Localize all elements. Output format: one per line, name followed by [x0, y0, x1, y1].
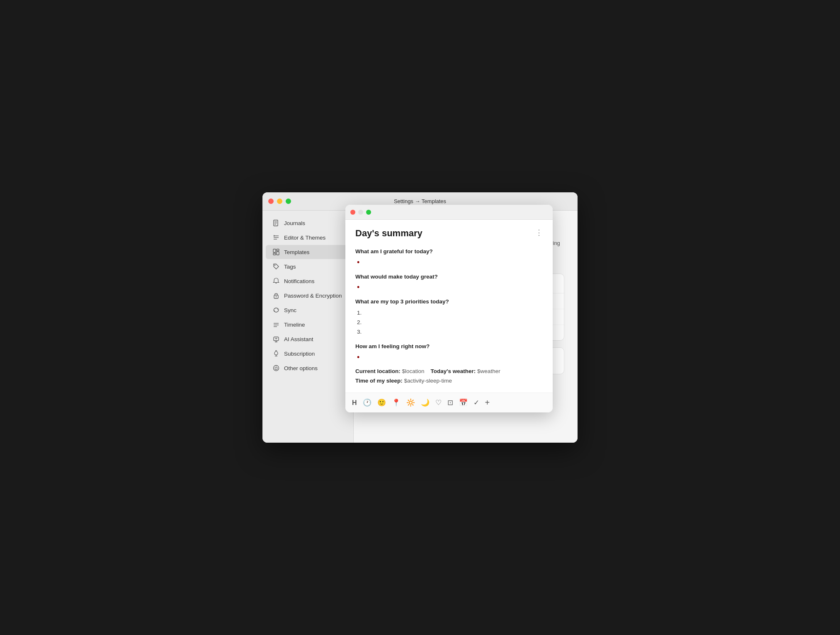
traffic-lights: [268, 199, 291, 204]
svg-rect-10: [277, 252, 279, 255]
question-1: What am I grateful for today?: [355, 247, 543, 257]
location-label: Current location:: [355, 368, 401, 374]
sidebar-item-timeline[interactable]: Timeline: [266, 318, 350, 332]
modal-traffic-lights: [350, 210, 371, 215]
sidebar-item-subscription[interactable]: Subscription: [266, 347, 350, 361]
sidebar-item-templates[interactable]: Templates: [266, 245, 350, 259]
notifications-icon: [272, 277, 280, 285]
minimize-button[interactable]: [277, 199, 282, 204]
timeline-icon: [272, 321, 280, 328]
main-window: Settings → Templates Journals: [262, 192, 578, 443]
question-2: What would make today great?: [355, 272, 543, 282]
svg-rect-9: [277, 249, 279, 251]
bullet-2: •: [355, 283, 543, 292]
toolbar-add-icon[interactable]: +: [485, 398, 490, 407]
location-var: $location: [402, 368, 425, 374]
priority-3: 3.: [357, 327, 543, 337]
sidebar-item-subscription-label: Subscription: [284, 351, 315, 357]
toolbar-location-icon[interactable]: 📍: [392, 398, 401, 407]
tags-icon: [272, 263, 280, 270]
sidebar-item-other-options-label: Other options: [284, 365, 318, 371]
subscription-icon: [272, 350, 280, 357]
close-button[interactable]: [268, 199, 274, 204]
svg-rect-11: [273, 253, 276, 255]
toolbar-health-icon[interactable]: ⊡: [447, 398, 453, 407]
priorities-list: 1. 2. 3.: [355, 308, 543, 337]
weather-label: Today's weather:: [431, 368, 476, 374]
sidebar: Journals Editor & Themes: [262, 211, 354, 443]
modal-overlay: Day's summary ⋮ What am I grateful for t…: [345, 205, 553, 412]
sidebar-item-notifications-label: Notifications: [284, 278, 315, 284]
editor-themes-icon: [272, 234, 280, 241]
toolbar-moon-icon[interactable]: 🌙: [421, 398, 430, 407]
sidebar-item-editor-themes[interactable]: Editor & Themes: [266, 230, 350, 245]
toolbar-heading-icon[interactable]: H: [352, 399, 357, 407]
priority-2: 2.: [357, 318, 543, 327]
sidebar-item-sync-label: Sync: [284, 307, 296, 313]
toolbar-check-icon[interactable]: ✓: [473, 398, 479, 407]
modal-menu-icon[interactable]: ⋮: [535, 228, 543, 237]
sidebar-item-ai-label: AI Assistant: [284, 336, 313, 342]
templates-icon: [272, 248, 280, 256]
sidebar-item-journals[interactable]: Journals: [266, 216, 350, 230]
modal-toolbar: H 🕐 🙂 📍 🔆 🌙 ♡ ⊡ 📅 ✓ +: [345, 393, 553, 412]
sync-icon: [272, 306, 280, 314]
sidebar-item-editor-themes-label: Editor & Themes: [284, 235, 325, 241]
maximize-button[interactable]: [286, 199, 291, 204]
sleep-label: Time of my sleep:: [355, 378, 403, 384]
modal-maximize-button[interactable]: [366, 210, 371, 215]
svg-point-12: [274, 265, 275, 266]
sidebar-item-tags-label: Tags: [284, 264, 296, 270]
modal-close-button[interactable]: [350, 210, 355, 215]
ai-icon: [272, 335, 280, 343]
svg-point-14: [276, 296, 277, 297]
template-footer-line2: Time of my sleep: $activity-sleep-time: [355, 376, 543, 386]
modal-minimize-button[interactable]: [358, 210, 363, 215]
sleep-var: $activity-sleep-time: [404, 378, 452, 384]
sidebar-item-journals-label: Journals: [284, 220, 305, 226]
modal-titlebar: [345, 205, 553, 220]
question-4: How am I feeling right now?: [355, 342, 543, 351]
sidebar-item-templates-label: Templates: [284, 249, 310, 255]
toolbar-clock-icon[interactable]: 🕐: [363, 398, 371, 407]
template-footer-line1: Current location: $location Today's weat…: [355, 367, 543, 376]
modal-header: Day's summary ⋮: [355, 228, 543, 239]
question-3: What are my top 3 priorities today?: [355, 297, 543, 307]
modal-body: Day's summary ⋮ What am I grateful for t…: [345, 220, 553, 393]
template-content: What am I grateful for today? • What wou…: [355, 247, 543, 386]
sidebar-item-ai-assistant[interactable]: AI Assistant: [266, 332, 350, 346]
password-icon: [272, 292, 280, 299]
toolbar-emoji-icon[interactable]: 🙂: [377, 398, 386, 407]
sidebar-item-sync[interactable]: Sync: [266, 303, 350, 317]
sidebar-item-password-encryption[interactable]: Password & Encryption: [266, 288, 350, 303]
toolbar-calendar-icon[interactable]: 📅: [459, 398, 468, 407]
sidebar-item-tags[interactable]: Tags: [266, 259, 350, 274]
weather-var: $weather: [477, 368, 500, 374]
toolbar-heart-icon[interactable]: ♡: [435, 398, 442, 407]
sidebar-item-timeline-label: Timeline: [284, 322, 305, 328]
priority-1: 1.: [357, 308, 543, 318]
sidebar-item-password-label: Password & Encryption: [284, 293, 342, 299]
bullet-1: •: [355, 258, 543, 267]
toolbar-weather-icon[interactable]: 🔆: [406, 398, 415, 407]
svg-rect-8: [273, 249, 276, 252]
sidebar-item-other-options[interactable]: Other options: [266, 361, 350, 375]
journals-icon: [272, 219, 280, 227]
other-options-icon: [272, 364, 280, 372]
bullet-3: •: [355, 353, 543, 362]
window-title: Settings → Templates: [394, 198, 446, 204]
modal-title: Day's summary: [355, 228, 422, 239]
sidebar-item-notifications[interactable]: Notifications: [266, 274, 350, 288]
